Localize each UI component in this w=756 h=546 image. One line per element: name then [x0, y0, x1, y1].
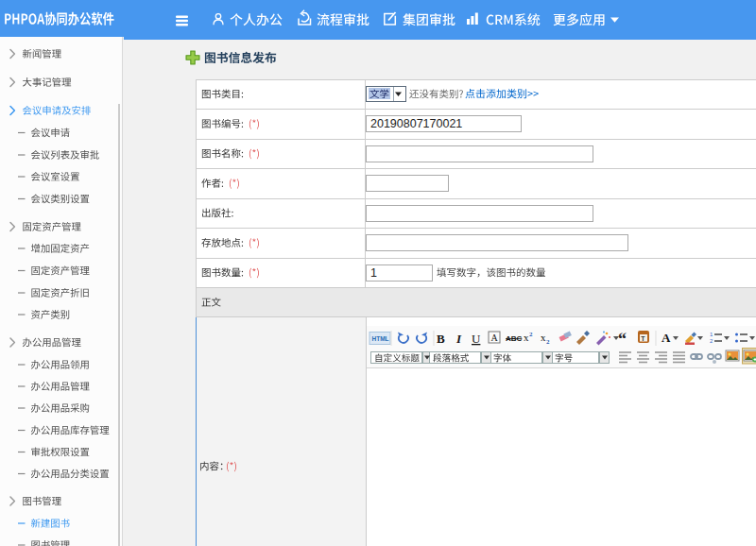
svg-text:U: U	[472, 332, 481, 346]
svg-text:2: 2	[710, 338, 713, 344]
svg-text:A: A	[491, 333, 499, 343]
svg-text:HTML: HTML	[372, 335, 389, 342]
svg-text:1: 1	[710, 332, 713, 337]
svg-text:2: 2	[546, 338, 550, 346]
svg-text:“: “	[618, 330, 627, 349]
svg-text:B: B	[437, 332, 445, 346]
svg-text:T: T	[641, 335, 645, 342]
svg-text:2: 2	[529, 331, 533, 338]
svg-text:I: I	[455, 332, 462, 346]
svg-text:A: A	[662, 331, 671, 345]
svg-text:ABC: ABC	[506, 334, 523, 343]
